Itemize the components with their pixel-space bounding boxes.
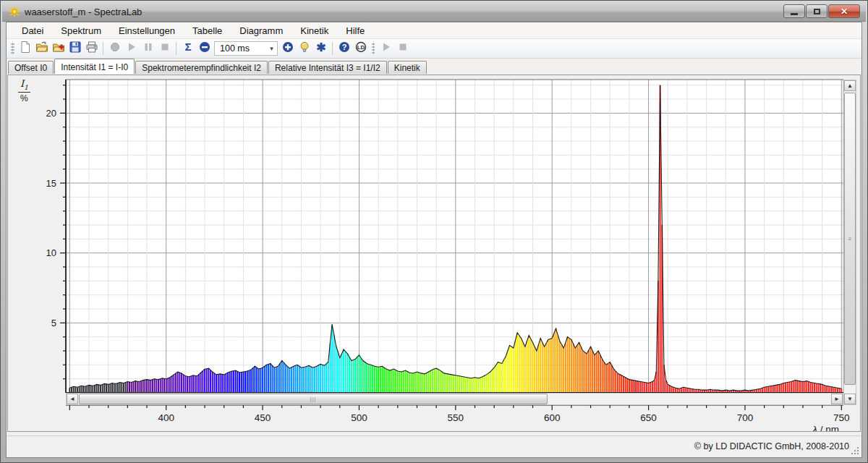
bulb-icon xyxy=(298,41,311,56)
title-bar[interactable]: waaserstoff_m - SpectraLab ✕ xyxy=(2,2,866,22)
x-tick-label: 500 xyxy=(351,412,367,423)
toolbar: Σ100 ms▾✱?LD xyxy=(7,39,861,59)
y-tick-label: 10 xyxy=(46,247,56,258)
sum-button[interactable]: Σ xyxy=(179,41,196,56)
toolbar-separator xyxy=(103,42,103,55)
play-icon xyxy=(125,41,138,56)
chevron-down-icon: ▾ xyxy=(266,45,277,52)
horizontal-scroll-thumb[interactable]: ||| xyxy=(79,394,548,404)
folder-open-icon xyxy=(35,41,48,56)
new-page-icon xyxy=(19,41,32,56)
svg-text:Σ: Σ xyxy=(184,41,191,53)
x-tick-label: 400 xyxy=(158,412,174,423)
app-logo-icon xyxy=(9,6,20,17)
plot-area[interactable] xyxy=(66,80,843,393)
toolbar-separator xyxy=(332,42,333,55)
window-controls: ✕ xyxy=(783,4,860,18)
tab-bar: Offset I0Intensität I1 = I-I0Spektromete… xyxy=(7,59,861,74)
svg-text:?: ? xyxy=(341,43,346,51)
ld-info-button[interactable]: LD xyxy=(352,41,369,56)
kinetik-start-button[interactable] xyxy=(378,41,394,56)
x-tick-label: 450 xyxy=(255,412,271,423)
toolbar-separator xyxy=(372,42,375,55)
y-tick-label: 5 xyxy=(51,318,56,328)
gear-icon: ✱ xyxy=(315,41,328,56)
increase-interval-button[interactable] xyxy=(279,41,296,56)
close-button[interactable]: ✕ xyxy=(828,4,860,18)
status-bar: © by LD DIDACTIC GmbH, 2008-2010 xyxy=(7,436,861,456)
stop-icon xyxy=(158,41,171,56)
printer-icon xyxy=(85,41,98,56)
ld-logo-icon: LD xyxy=(354,41,367,56)
x-tick-label: 600 xyxy=(544,412,561,423)
toolbar-separator xyxy=(176,42,176,55)
record-button[interactable] xyxy=(106,41,123,56)
tab-intensit-t-i1-i-i0[interactable]: Intensität I1 = I-I0 xyxy=(54,59,135,74)
copyright-text: © by LD DIDACTIC GmbH, 2008-2010 xyxy=(694,441,861,451)
close-icon: ✕ xyxy=(841,7,848,17)
tab-kinetik[interactable]: Kinetik xyxy=(388,61,427,74)
start-measure-button[interactable] xyxy=(123,41,140,56)
minimize-button[interactable] xyxy=(783,4,805,18)
chart-panel: I1 % 5101520400450500550600650700750λ / … xyxy=(7,75,861,432)
toolbar-grip[interactable] xyxy=(11,42,14,55)
x-tick-label: 750 xyxy=(833,412,850,423)
interval-combobox[interactable]: 100 ms▾ xyxy=(214,41,278,56)
svg-text:LD: LD xyxy=(357,44,365,51)
menu-item-hilfe[interactable]: Hilfe xyxy=(337,23,373,38)
print-button[interactable] xyxy=(83,41,100,56)
stop-measure-button[interactable] xyxy=(156,41,173,56)
append-file-button[interactable] xyxy=(50,41,67,56)
menu-item-kinetik[interactable]: Kinetik xyxy=(292,23,337,38)
circle-minus-icon xyxy=(198,41,211,56)
y-axis-label: I1 % xyxy=(18,78,30,103)
open-file-button[interactable] xyxy=(33,41,50,56)
resize-grip[interactable] xyxy=(850,446,859,454)
tab-offset-i0[interactable]: Offset I0 xyxy=(8,61,54,74)
kinetik-stop-button[interactable] xyxy=(394,41,411,56)
x-tick-label: 550 xyxy=(448,412,464,423)
stop-icon xyxy=(396,41,409,56)
scroll-up-arrow-icon[interactable]: ▲ xyxy=(844,80,856,91)
y-tick-label: 20 xyxy=(46,108,56,119)
save-button[interactable] xyxy=(67,41,83,56)
decrease-interval-button[interactable] xyxy=(196,41,213,56)
app-window: waaserstoff_m - SpectraLab ✕ DateiSpektr… xyxy=(0,0,868,463)
x-axis-label: λ / nm xyxy=(812,424,839,432)
x-tick-label: 650 xyxy=(640,412,657,423)
tab-relative-intensit-t-i3-i1-i2[interactable]: Relative Intensität I3 = I1/I2 xyxy=(268,61,387,74)
svg-text:✱: ✱ xyxy=(316,41,326,54)
window-title: waaserstoff_m - SpectraLab xyxy=(25,7,142,17)
scroll-right-arrow-icon[interactable]: ► xyxy=(831,394,843,404)
y-tick-label: 15 xyxy=(46,178,56,189)
play-icon xyxy=(380,41,393,56)
new-file-button[interactable] xyxy=(17,41,33,56)
menu-bar: DateiSpektrumEinstellungenTabelleDiagram… xyxy=(7,22,861,39)
record-icon xyxy=(109,41,122,56)
maximize-button[interactable] xyxy=(806,4,827,18)
scroll-left-arrow-icon[interactable]: ◄ xyxy=(67,394,78,404)
client-area: DateiSpektrumEinstellungenTabelleDiagram… xyxy=(6,22,862,458)
sigma-icon: Σ xyxy=(182,41,195,56)
vertical-scrollbar[interactable]: ▲ ≡ ▼ xyxy=(843,80,856,405)
tab-spektrometerempfindlichkeit-i2[interactable]: Spektrometerempfindlichkeit I2 xyxy=(135,61,268,74)
pause-icon xyxy=(142,41,155,56)
lamp-button[interactable] xyxy=(296,41,312,56)
menu-item-tabelle[interactable]: Tabelle xyxy=(184,23,231,38)
interval-value: 100 ms xyxy=(215,43,266,54)
pause-measure-button[interactable] xyxy=(140,41,156,56)
menu-item-einstellungen[interactable]: Einstellungen xyxy=(110,23,184,38)
menu-item-datei[interactable]: Datei xyxy=(13,23,52,38)
scroll-down-arrow-icon[interactable]: ▼ xyxy=(844,394,856,404)
menu-item-spektrum[interactable]: Spektrum xyxy=(52,23,110,38)
horizontal-scrollbar[interactable]: ◄ ||| ► xyxy=(66,393,843,405)
x-tick-label: 700 xyxy=(737,412,754,423)
settings-button[interactable]: ✱ xyxy=(312,41,329,56)
circle-plus-icon xyxy=(281,41,294,56)
folder-add-icon xyxy=(52,41,65,56)
spectrum-chart[interactable]: 5101520400450500550600650700750λ / nm xyxy=(8,75,857,432)
floppy-icon xyxy=(69,41,82,56)
vertical-scroll-thumb[interactable]: ≡ xyxy=(844,93,856,385)
help-button[interactable]: ? xyxy=(336,41,352,56)
menu-item-diagramm[interactable]: Diagramm xyxy=(231,23,292,38)
